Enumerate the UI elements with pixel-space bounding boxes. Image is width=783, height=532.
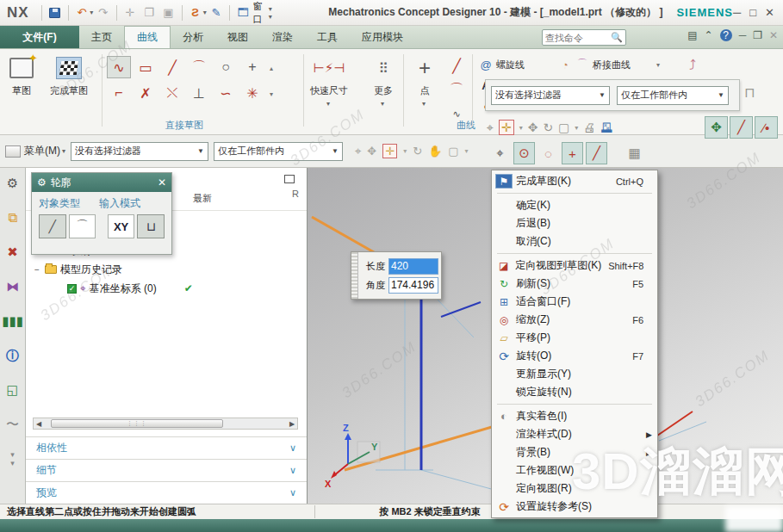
rectangle-icon[interactable]: ▭ (134, 56, 158, 78)
assembly-navigator-icon[interactable]: ⧉ (4, 209, 22, 226)
search-icon[interactable]: 🔍 (611, 32, 623, 43)
menu-button[interactable]: 菜单(M) ▾ (5, 144, 65, 158)
close-button[interactable]: ✕ (765, 6, 774, 19)
help-icon[interactable]: ? (720, 29, 732, 41)
scroll-right-icon[interactable]: ▶ (287, 420, 297, 428)
window-icon[interactable]: 🗔 (234, 4, 252, 22)
tab-analysis[interactable]: 分析 (171, 26, 215, 48)
physics-navigator-icon[interactable]: ⧓ (4, 278, 22, 295)
menu-item-pan[interactable]: ▱平移(P) (492, 329, 657, 347)
information-icon[interactable]: ⓘ (4, 347, 22, 364)
menu-item-finish-sketch[interactable]: ⚑完成草图(K)Ctrl+Q (492, 172, 657, 190)
menu-item-lock-rotation[interactable]: 锁定旋转(N) (492, 383, 657, 401)
menu-item-render-style[interactable]: 渲染样式(D)▶ (492, 425, 657, 443)
section-header-1[interactable]: 细节∨ (26, 459, 307, 481)
horizontal-scrollbar[interactable]: ◀ ⋮⋮⋮ ▶ (33, 418, 298, 430)
general-selection-icon[interactable]: ✛ (382, 144, 397, 158)
art-spline-icon[interactable]: ⤴ (680, 54, 705, 77)
window-dropdown-icon[interactable]: ▾ ▾ (269, 5, 277, 21)
menu-item-rotate[interactable]: ⟳旋转(O)F7 (492, 347, 657, 365)
scroll-down-icon[interactable]: ▾ (270, 90, 273, 98)
make-corner-icon[interactable]: ⊥ (187, 82, 211, 104)
tab-render[interactable]: 渲染 (260, 26, 305, 48)
menu-item-orient-view-to-sketch[interactable]: ◪定向视图到草图(K)Shift+F8 (492, 257, 657, 275)
tab-view[interactable]: 视图 (215, 26, 260, 48)
shaded-box-icon[interactable]: 🗳 (600, 121, 612, 134)
selection-filter-dropdown-main[interactable]: 没有选择过滤器 ▼ (71, 142, 208, 161)
more-curve-icon[interactable]: ✳ (240, 82, 264, 104)
rotate-view-icon[interactable]: ↻ (543, 121, 553, 134)
profile-curve-icon[interactable]: ∿ (107, 56, 131, 78)
center-point-icon[interactable]: ⊙ (513, 142, 535, 164)
menu-item-cancel[interactable]: 取消(C) (492, 232, 657, 251)
export-page-icon[interactable]: ◱ (4, 381, 22, 399)
menu-item-zoom[interactable]: ◎缩放(Z)F6 (492, 311, 657, 329)
arc-icon[interactable]: ⌒ (187, 56, 211, 78)
scrollbar-thumb[interactable]: ⋮⋮⋮ (51, 419, 223, 428)
snap-point-toggle-icon[interactable]: ✛ (499, 120, 514, 135)
paste-icon[interactable]: ▣ (159, 4, 177, 22)
menu-item-update-display[interactable]: 更新显示(Y) (492, 365, 657, 383)
reuse-library-icon[interactable]: ▮▮▮ (4, 312, 22, 330)
chevron-down-icon[interactable]: ▾ (575, 124, 578, 132)
collapse-ribbon-icon[interactable]: ⌃ (705, 29, 713, 41)
menu-item-background[interactable]: 背景(B)▶ (492, 443, 657, 461)
tree-row[interactable]: ✓⌖基准坐标系 (0)✔ (26, 279, 307, 298)
constraint-navigator-icon[interactable]: ✖ (4, 244, 22, 261)
trim-icon[interactable]: ✗ (134, 82, 158, 104)
finish-sketch-button[interactable]: 完成草图 (50, 54, 88, 97)
end-point-icon[interactable]: ╱ (730, 116, 753, 139)
fillet-icon[interactable]: ⌐ (107, 82, 131, 104)
arc-tool-icon[interactable]: ⌒ (444, 78, 469, 101)
tab-tools[interactable]: 工具 (305, 26, 350, 48)
doc-minimize-icon[interactable]: ─ (739, 29, 747, 41)
menu-item-work-view[interactable]: 工作视图(W) (492, 461, 657, 479)
panel-icon[interactable]: ▤ (687, 29, 697, 41)
menu-item-back[interactable]: 后退(B) (492, 214, 657, 232)
selection-filter-dropdown[interactable]: 没有选择过滤器 ▼ (491, 86, 610, 105)
render-mode-icon[interactable]: 🖨 (583, 121, 595, 134)
chevron-down-icon[interactable]: ▾ (403, 147, 407, 155)
tab-curve[interactable]: 曲线 (124, 26, 171, 48)
tab-file[interactable]: 文件(F) (0, 26, 79, 48)
snap-toggle-icon[interactable]: ⌖ (355, 145, 361, 158)
save-icon[interactable] (47, 4, 64, 22)
line-icon[interactable]: ╱ (160, 56, 184, 78)
scope-filter-dropdown[interactable]: 仅在工作部件内 ▼ (617, 86, 729, 105)
section-header-0[interactable]: 相依性∨ (26, 436, 307, 459)
chevron-down-icon[interactable]: ∨ (289, 442, 296, 454)
profile-dialog-titlebar[interactable]: ⚙ 轮廓 ✕ (32, 173, 171, 192)
scroll-left-icon[interactable]: ◀ (34, 420, 44, 428)
line-mode-button[interactable]: ╱ (39, 214, 66, 238)
existing-point-icon[interactable]: ╱ (586, 142, 607, 164)
menu-item-ok[interactable]: 确定(K) (492, 196, 657, 214)
panel-restore-icon[interactable] (284, 175, 295, 183)
enable-snap-icon[interactable]: ✥ (705, 116, 728, 139)
quadrant-point-icon[interactable]: ◌ (538, 142, 559, 164)
bridge-curve-button[interactable]: ◔ ⌒ 桥接曲线 (558, 56, 631, 73)
tab-home[interactable]: 主页 (79, 26, 124, 48)
command-search-input[interactable] (545, 33, 611, 43)
lasso-icon[interactable]: ▢ (448, 145, 458, 158)
sash-icon[interactable]: 〜 (4, 416, 22, 433)
menu-item-set-rotate-ref[interactable]: ⟳设置旋转参考(S) (492, 498, 657, 516)
move-icon[interactable]: ✥ (528, 121, 538, 134)
checkbox-checked-icon[interactable]: ✓ (67, 284, 77, 294)
drag-grip[interactable] (351, 252, 358, 299)
helix-button[interactable]: @ 螺旋线 (479, 56, 525, 73)
line-tool-icon[interactable]: ╱ (444, 54, 469, 77)
tab-application[interactable]: 应用模块 (350, 26, 415, 48)
command-search-box[interactable]: 🔍 (542, 29, 626, 46)
profile-tool-icon[interactable]: Ƨ (186, 4, 203, 22)
chevron-down-icon[interactable]: ▾ (465, 147, 469, 155)
rotate-icon[interactable]: ↻ (413, 145, 422, 158)
navigator-gear-icon[interactable]: ⚙ (4, 175, 22, 192)
section-header-2[interactable]: 预览∨ (26, 481, 307, 504)
undo-icon[interactable]: ↶ (73, 4, 90, 22)
menu-item-true-shading[interactable]: ◐真实着色(I) (492, 407, 657, 425)
pan-icon[interactable]: ✋ (428, 145, 442, 158)
copy-icon[interactable]: ❐ (140, 4, 158, 22)
dialog-close-icon[interactable]: ✕ (158, 176, 166, 189)
undo-dropdown-icon[interactable]: ▾ (90, 9, 93, 16)
extend-icon[interactable]: ⤬ (160, 82, 184, 104)
